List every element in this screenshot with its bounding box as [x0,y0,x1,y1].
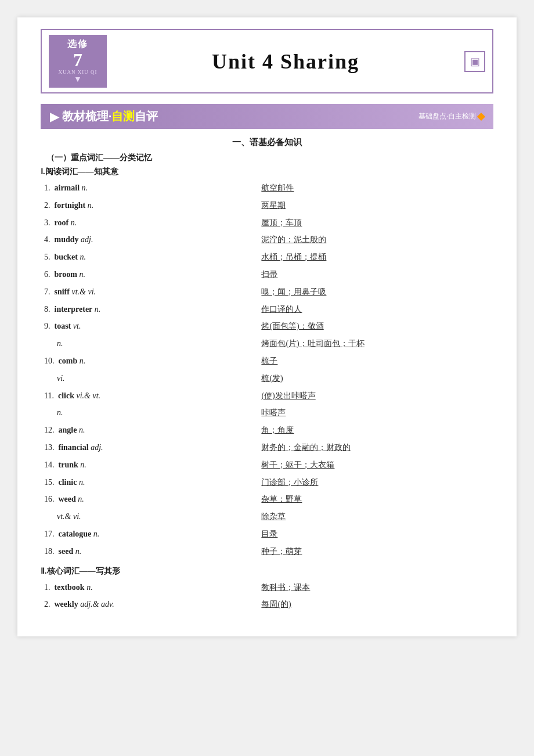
section1-title: 一、语基必备知识 [41,137,493,148]
banner-diamond-icon [477,112,485,120]
vocab-meaning: 作口译的人 [258,301,493,318]
list-item: 18. seed n.种子；萌芽 [41,543,493,560]
list-item: 5. bucket n.水桶；吊桶；提桶 [41,249,493,266]
vocab-entry: 9. toast vt. [41,318,258,335]
vocab-meaning: 屋顶；车顶 [258,214,493,232]
vocab-meaning: 嗅；闻；用鼻子吸 [258,283,493,301]
vocab-core-table: 1. textbook n.教科书；课本2. weekly adj.& adv.… [41,579,493,614]
vocab-entry: 6. broom n. [41,266,258,283]
vocab-entry: 18. seed n. [41,543,258,560]
logo-pinyin: XUAN XIU QI [55,69,101,75]
vocab-meaning: 两星期 [258,197,493,214]
banner-title-part1: 教材梳理· [62,110,111,123]
vocab-entry: 13. financial adj. [41,439,258,456]
vocab-entry: vi. [41,370,258,387]
list-item: n.咔嗒声 [41,404,493,422]
vocab-entry: 3. roof n. [41,214,258,232]
list-item: vt.& vi.除杂草 [41,508,493,525]
list-item: 1. textbook n.教科书；课本 [41,579,493,596]
vocab-meaning: 咔嗒声 [258,404,493,422]
banner-arrow-icon: ▶ [50,110,59,124]
vocab-entry: 2. fortnight n. [41,197,258,214]
vocab-entry: 4. muddy adj. [41,231,258,249]
vocab-entry: 17. catalogue n. [41,525,258,543]
list-item: 8. interpreter n.作口译的人 [41,301,493,318]
list-item: 1. airmail n.航空邮件 [41,179,493,197]
vocab-meaning: 泥泞的；泥土般的 [258,231,493,249]
main-title: Unit 4 Sharing [212,50,359,73]
list-item: 2. weekly adj.& adv.每周(的) [41,596,493,613]
list-item: 14. trunk n.树干；躯干；大衣箱 [41,456,493,474]
vocab-meaning: 航空邮件 [258,179,493,197]
section1-subsub1: Ⅰ.阅读词汇——知其意 [41,167,493,177]
list-item: 2. fortnight n.两星期 [41,197,493,214]
list-item: 15. clinic n.门诊部；小诊所 [41,474,493,491]
vocab-meaning: 除杂草 [258,508,493,525]
vocab-entry: 12. angle n. [41,422,258,439]
vocab-meaning: 角；角度 [258,422,493,439]
list-item: 6. broom n.扫帚 [41,266,493,283]
list-item: 17. catalogue n.目录 [41,525,493,543]
vocab-entry: n. [41,404,258,422]
vocab-meaning: 烤(面包等)；敬酒 [258,318,493,335]
section-banner: ▶ 教材梳理·自测自评 基础盘点·自主检测 [41,104,493,129]
vocab-entry: 16. weed n. [41,491,258,508]
logo-num: 7 [55,51,101,69]
vocab-entry: 2. weekly adj.& adv. [41,596,258,613]
vocab-meaning: 梳(发) [258,370,493,387]
vocab-meaning: 烤面包(片)；吐司面包；干杯 [258,335,493,352]
vocab-entry: vt.& vi. [41,508,258,525]
title-area: Unit 4 Sharing [107,49,464,74]
page: 选修 7 XUAN XIU QI ▼ Unit 4 Sharing ▣ ▶ 教材… [17,17,517,636]
vocab-meaning: 目录 [258,525,493,543]
vocab-meaning: 杂草；野草 [258,491,493,508]
vocab-entry: 15. clinic n. [41,474,258,491]
vocab-meaning: 梳子 [258,352,493,370]
section1-subsub2: Ⅱ.核心词汇——写其形 [41,566,493,577]
vocab-meaning: 门诊部；小诊所 [258,474,493,491]
list-item: 16. weed n.杂草；野草 [41,491,493,508]
vocab-entry: n. [41,335,258,352]
banner-title-part2: 自测 [111,110,135,123]
vocab-meaning: 教科书；课本 [258,579,493,596]
vocab-reading-table: 1. airmail n.航空邮件2. fortnight n.两星期3. ro… [41,179,493,560]
logo-box: 选修 7 XUAN XIU QI ▼ [49,35,107,88]
banner-title: 教材梳理·自测自评 [62,109,158,124]
list-item: 10. comb n.梳子 [41,352,493,370]
vocab-meaning: (使)发出咔嗒声 [258,387,493,405]
list-item: n.烤面包(片)；吐司面包；干杯 [41,335,493,352]
vocab-entry: 1. textbook n. [41,579,258,596]
list-item: 3. roof n.屋顶；车顶 [41,214,493,232]
banner-left: ▶ 教材梳理·自测自评 [50,109,158,124]
vocab-meaning: 种子；萌芽 [258,543,493,560]
vocab-entry: 8. interpreter n. [41,301,258,318]
banner-title-part3: 自评 [135,110,158,123]
vocab-entry: 1. airmail n. [41,179,258,197]
vocab-meaning: 扫帚 [258,266,493,283]
section1-sub: （一）重点词汇——分类记忆 [46,153,493,163]
header: 选修 7 XUAN XIU QI ▼ Unit 4 Sharing ▣ [41,29,493,93]
vocab-entry: 7. sniff vt.& vi. [41,283,258,301]
vocab-entry: 10. comb n. [41,352,258,370]
banner-right-text: 基础盘点·自主检测 [418,111,476,121]
logo-top: 选修 [55,38,101,51]
banner-right: 基础盘点·自主检测 [418,111,484,121]
vocab-meaning: 财务的；金融的；财政的 [258,439,493,456]
list-item: 4. muddy adj.泥泞的；泥土般的 [41,231,493,249]
list-item: 13. financial adj.财务的；金融的；财政的 [41,439,493,456]
vocab-meaning: 树干；躯干；大衣箱 [258,456,493,474]
vocab-entry: 14. trunk n. [41,456,258,474]
list-item: 11. click vi.& vt.(使)发出咔嗒声 [41,387,493,405]
vocab-meaning: 每周(的) [258,596,493,613]
list-item: vi.梳(发) [41,370,493,387]
list-item: 7. sniff vt.& vi.嗅；闻；用鼻子吸 [41,283,493,301]
vocab-entry: 5. bucket n. [41,249,258,266]
vocab-entry: 11. click vi.& vt. [41,387,258,405]
list-item: 9. toast vt.烤(面包等)；敬酒 [41,318,493,335]
logo-arrow: ▼ [55,75,101,84]
vocab-meaning: 水桶；吊桶；提桶 [258,249,493,266]
list-item: 12. angle n.角；角度 [41,422,493,439]
header-icon: ▣ [464,51,485,72]
